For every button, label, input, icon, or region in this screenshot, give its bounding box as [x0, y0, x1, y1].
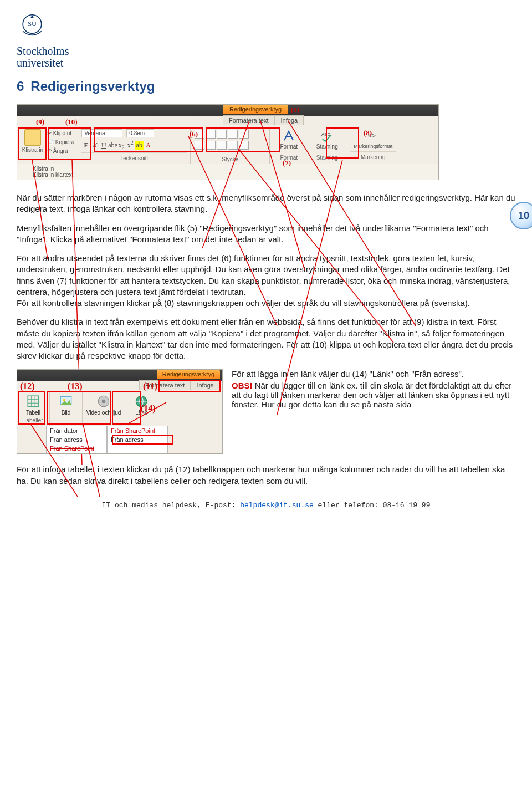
format-icon [282, 129, 295, 142]
paragraph-5: För att infoga tabeller i texten klickar… [17, 464, 515, 487]
page-footer: IT och medias helpdesk, E-post: helpdesk… [17, 501, 515, 509]
section-number: 6 [17, 79, 24, 94]
bild-dropdown[interactable]: Från dator Från adress Från SharePoint [46, 426, 107, 453]
university-logo: SU Stockholms universitet [17, 11, 515, 69]
svg-text:SU: SU [28, 20, 37, 28]
tab-infoga[interactable]: Infoga [275, 115, 304, 125]
tab-formatera-text-2[interactable]: Formatera text [139, 380, 191, 390]
copy-button[interactable]: 📄 Kopiera [47, 138, 74, 147]
markup-format-button[interactable]: <> Markeringsformat Markering [346, 127, 400, 164]
font-size-select[interactable]: 0.8em [126, 129, 154, 137]
paragraph-2: Menyfliksfälten innehåller en övergripan… [17, 223, 515, 246]
format-button[interactable]: Format Format [270, 127, 308, 164]
section-heading: 6Redigeringsverktyg [17, 79, 515, 94]
contextual-tab-label-2: Redigeringsverktyg [157, 370, 220, 379]
video-button[interactable]: Video och ljud [83, 392, 125, 426]
lank-fran-adress[interactable]: Från adress [108, 435, 167, 444]
obs-label: OBS! [232, 381, 253, 390]
table-icon [26, 394, 40, 409]
logo-line2: universitet [17, 57, 515, 69]
paste-button[interactable]: Klistra in [21, 129, 45, 162]
paste-option-2[interactable]: Klistra in klartext [33, 172, 438, 178]
tab-formatera-text[interactable]: Formatera text [223, 115, 275, 125]
footer-email-link[interactable]: helpdesk@it.su.se [240, 501, 314, 509]
tab-infoga-2[interactable]: Infoga [191, 380, 220, 390]
ribbon-screenshot-1: Redigeringsverktyg Formatera textInfoga … [17, 104, 439, 180]
lank-fran-sharepoint[interactable]: Från SharePoint [108, 426, 167, 435]
ribbon-screenshot-2: Redigeringsverktyg Formatera textInfoga … [17, 369, 223, 454]
svg-text:ABC: ABC [321, 132, 331, 137]
contextual-tab-label: Redigeringsverktyg [223, 105, 288, 114]
tabell-button[interactable]: Tabell Tabeller [17, 392, 50, 426]
svg-point-20 [102, 400, 106, 404]
paste-option-1[interactable]: Klistra in [33, 166, 438, 172]
bild-button[interactable]: Bild [50, 392, 83, 426]
paste-label: Klistra in [21, 147, 45, 153]
svg-point-18 [63, 399, 65, 401]
font-style-buttons[interactable]: FKUabex2x2abA [81, 140, 187, 150]
bild-fran-adress[interactable]: Från adress [47, 435, 106, 444]
link-icon [134, 394, 149, 409]
lank-button[interactable]: Länk [125, 392, 157, 426]
paragraph-4: Behöver du klistra in text från exempelv… [17, 317, 515, 361]
font-name-select[interactable]: Verdana [81, 129, 122, 137]
bild-fran-dator[interactable]: Från dator [47, 426, 106, 435]
logo-emblem-icon: SU [17, 11, 48, 42]
group-stycke-label: Stycke [194, 154, 266, 162]
markup-icon: <> [366, 129, 380, 142]
cut-button[interactable]: ✂ Klipp ut [47, 129, 74, 138]
group-teckensnitt-label: Teckensnitt [81, 152, 187, 161]
abc-check-icon: ABC [320, 129, 334, 142]
section-title-text: Redigeringsverktyg [30, 79, 155, 94]
paragraph-buttons[interactable] [194, 129, 266, 151]
undo-button[interactable]: ↶ Ångra [47, 147, 74, 156]
spelling-button[interactable]: ABC Stavning Stavning [308, 127, 346, 164]
side-paragraph-a: För att lägga in en länk väljer du (14) … [232, 369, 515, 379]
logo-line1: Stockholms [17, 45, 515, 57]
side-paragraph-b: OBS! När du lägger till en länk ex. till… [232, 381, 515, 409]
paragraph-3: För att ändra utseendet på texterna du s… [17, 253, 515, 309]
svg-text:<>: <> [368, 132, 376, 140]
svg-rect-12 [28, 396, 39, 407]
paragraph-1: När du sätter markören i någon av rutorn… [17, 192, 515, 215]
bild-fran-sharepoint[interactable]: Från SharePoint [47, 444, 106, 453]
clipboard-icon [24, 129, 41, 146]
lank-dropdown[interactable]: Från SharePoint Från adress [107, 426, 168, 453]
picture-icon [59, 394, 73, 409]
video-icon [96, 394, 111, 409]
